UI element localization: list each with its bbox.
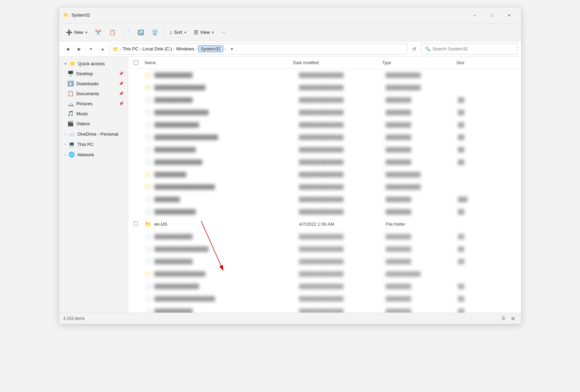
blurred-row-b: 🗒️ ███████████████████ ██████████████ ██… <box>128 293 521 305</box>
sidebar-item-music[interactable]: 🎵 Music <box>60 109 126 118</box>
onedrive-icon: ☁️ <box>68 131 75 137</box>
up-button[interactable]: ▲ <box>98 44 107 54</box>
breadcrumb-sep-1: › <box>120 47 121 51</box>
blurred-row-b: 🗒️ ████████████ ██████████████ ████████ … <box>128 255 521 268</box>
refresh-button[interactable]: ↺ <box>409 44 419 54</box>
status-bar: 4,153 items ☰ ⊞ <box>59 313 521 324</box>
breadcrumb-icon: 📁 <box>113 46 118 52</box>
file-icon: 🗒️ <box>145 283 152 290</box>
address-dropdown-button[interactable]: ▾ <box>227 44 237 54</box>
delete-icon: 🗑️ <box>152 29 158 36</box>
desktop-icon: 🖥️ <box>67 70 74 77</box>
sidebar-item-documents[interactable]: 📋 Documents 📌 <box>60 89 126 98</box>
breadcrumb-windows[interactable]: Windows <box>176 46 194 51</box>
blurred-row: 🗒️ ████████████████████ ██████████████ █… <box>128 131 521 144</box>
blurred-row: 🗒️ ██████████████ ██████████████ ███████… <box>128 119 521 131</box>
forward-button[interactable]: ▶ <box>74 44 84 54</box>
new-label: New <box>74 30 83 35</box>
sidebar: ▾ ⭐ Quick access 🖥️ Desktop 📌 ⬇️ Downloa… <box>59 57 128 313</box>
window-controls: ─ □ ✕ <box>467 10 517 20</box>
recent-button[interactable]: ▾ <box>86 44 96 54</box>
more-button[interactable]: ··· <box>218 28 229 37</box>
sidebar-onedrive-header[interactable]: › ☁️ OneDrive - Personal <box>60 129 126 139</box>
breadcrumb-system32[interactable]: System32 <box>198 46 223 52</box>
file-checkbox[interactable] <box>134 222 138 226</box>
documents-pin-icon: 📌 <box>119 91 124 96</box>
blurred-row: 📁 ███████████████████ ██████████████ ███… <box>128 181 521 193</box>
cut-icon: ✂️ <box>95 29 102 36</box>
file-icon: 🗒️ <box>145 233 152 240</box>
blurred-files-below: 🗒️ ████████████ ██████████████ ████████ … <box>128 231 521 313</box>
search-box[interactable]: 🔍 <box>421 43 518 55</box>
sidebar-this-pc-header[interactable]: › 💻 This PC <box>60 139 126 149</box>
minimize-button[interactable]: ─ <box>467 10 483 20</box>
desktop-label: Desktop <box>76 71 116 76</box>
pictures-icon: 🏔️ <box>67 100 74 107</box>
file-icon: 🗒️ <box>145 97 152 103</box>
file-area: Name Date modified Type Size 📁 █████████… <box>128 57 521 313</box>
sort-button[interactable]: ↕ Sort ▾ <box>166 27 190 37</box>
maximize-button[interactable]: □ <box>484 10 500 20</box>
col-header-size[interactable]: Size <box>456 60 516 65</box>
window-icon: 📁 <box>63 12 69 18</box>
col-header-date[interactable]: Date modified <box>293 60 382 65</box>
blurred-row: 🗒️ █████████████████ ██████████████ ████… <box>128 106 521 119</box>
sidebar-item-desktop[interactable]: 🖥️ Desktop 📌 <box>60 69 126 78</box>
sidebar-quick-access-header[interactable]: ▾ ⭐ Quick access <box>60 59 126 68</box>
videos-icon: 🎬 <box>67 120 74 127</box>
select-all-checkbox[interactable] <box>134 60 138 65</box>
col-header-name[interactable]: Name <box>145 60 293 65</box>
sort-label: Sort <box>174 30 182 35</box>
breadcrumb-this-pc[interactable]: This PC <box>123 46 139 51</box>
breadcrumb-sep-2: › <box>140 47 141 51</box>
breadcrumb-sep-4: › <box>196 47 197 51</box>
file-icon: 🗒️ <box>145 196 152 203</box>
sidebar-item-pictures[interactable]: 🏔️ Pictures 📌 <box>60 99 126 108</box>
share-icon: ↗️ <box>137 29 144 36</box>
quick-access-expand-icon: ▾ <box>65 62 66 66</box>
copy-button[interactable]: 📋 <box>106 27 119 38</box>
this-pc-label: This PC <box>77 142 124 147</box>
breadcrumb-sep-3: › <box>173 47 175 51</box>
details-view-button[interactable]: ☰ <box>499 314 507 323</box>
blurred-row-b: 🗒️ ████████████ ██████████████ ████████ … <box>128 305 521 313</box>
search-input[interactable] <box>432 46 514 51</box>
delete-button[interactable]: 🗑️ <box>148 27 162 38</box>
back-button[interactable]: ◀ <box>63 44 72 54</box>
address-bar[interactable]: 📁 › This PC › Local Disk (C:) › Windows … <box>110 43 407 55</box>
cut-button[interactable]: ✂️ <box>92 27 105 38</box>
view-label: View <box>200 30 210 35</box>
toolbar-separator <box>164 28 164 37</box>
file-row-check[interactable] <box>134 222 142 227</box>
file-icon: 📁 <box>145 184 152 190</box>
documents-icon: 📋 <box>67 90 74 97</box>
file-icon: 🗒️ <box>145 208 152 215</box>
toolbar: ➕ New ▾ ✂️ 📋 📄 ↗️ 🗑️ ↕ Sort ▾ ☰ View ▾ <box>59 23 521 41</box>
col-header-type[interactable]: Type <box>382 60 456 65</box>
new-button[interactable]: ➕ New ▾ <box>63 27 91 38</box>
file-row-en-us[interactable]: 📁 en-US 4/7/2022 1:06 AM File folder <box>128 218 521 231</box>
view-button[interactable]: ☰ View ▾ <box>190 27 217 38</box>
share-button[interactable]: ↗️ <box>134 27 148 38</box>
network-icon: 🌐 <box>68 151 75 158</box>
sidebar-item-downloads[interactable]: ⬇️ Downloads 📌 <box>60 79 126 88</box>
breadcrumb-local-disk[interactable]: Local Disk (C:) <box>143 46 172 51</box>
window-title: System32 <box>72 13 467 18</box>
pictures-pin-icon: 📌 <box>119 101 124 106</box>
paste-button[interactable]: 📄 <box>120 27 133 38</box>
large-icons-view-button[interactable]: ⊞ <box>509 314 517 323</box>
blurred-row: 🗒️ ████████ ██████████████ ████████ ███ <box>128 193 521 206</box>
close-button[interactable]: ✕ <box>501 10 517 20</box>
file-name-en-us: en-US <box>154 222 299 227</box>
new-icon: ➕ <box>66 29 73 36</box>
sidebar-network-header[interactable]: › 🌐 Network <box>60 150 126 159</box>
blurred-row-b: 📁 ████████████████ ██████████████ ██████… <box>128 268 521 280</box>
select-all-check[interactable] <box>134 60 142 65</box>
file-list: 📁 ████████████ ██████████████ ██████████… <box>128 69 521 313</box>
file-icon: 🗒️ <box>145 121 152 128</box>
sidebar-item-videos[interactable]: 🎬 Videos <box>60 119 126 128</box>
quick-access-star-icon: ⭐ <box>69 60 75 67</box>
sort-icon: ↕ <box>170 29 172 35</box>
downloads-label: Downloads <box>76 81 116 86</box>
blurred-row-b: 🗒️ ████████████ ██████████████ ████████ … <box>128 231 521 243</box>
